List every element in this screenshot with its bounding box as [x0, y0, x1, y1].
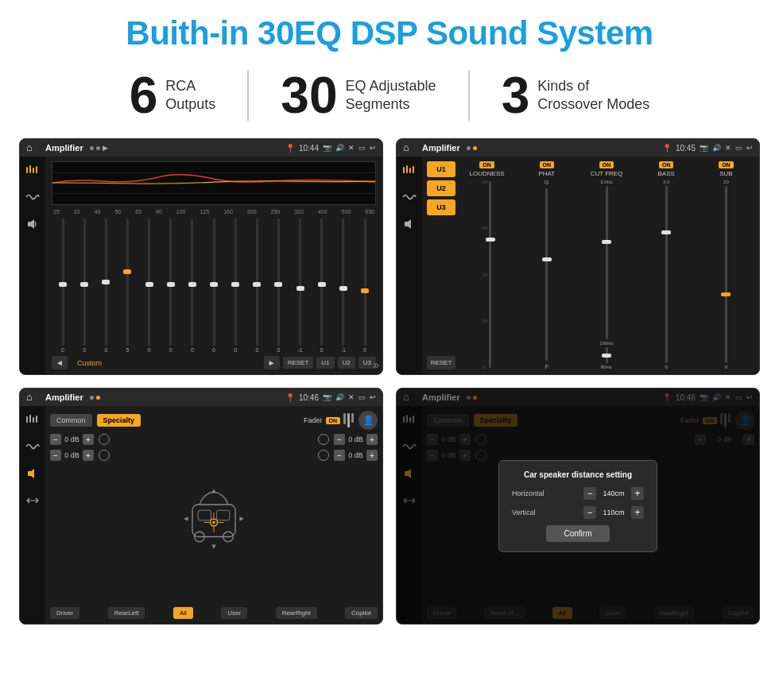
home-icon-2[interactable]: ⌂: [403, 141, 416, 154]
eq-slider-11[interactable]: -1: [291, 219, 310, 353]
home-icon-3[interactable]: ⌂: [26, 391, 39, 404]
u2-btn[interactable]: U2: [427, 180, 455, 196]
eq-reset-btn[interactable]: RESET: [283, 357, 314, 369]
app-title-3: Amplifier: [45, 393, 83, 402]
eq-slider-14[interactable]: 0: [355, 219, 374, 353]
horizontal-minus[interactable]: −: [583, 487, 596, 500]
user-btn[interactable]: User: [221, 607, 247, 619]
eq-slider-4[interactable]: 0: [140, 219, 159, 353]
eq-slider-9[interactable]: 0: [247, 219, 266, 353]
svg-rect-2: [33, 168, 34, 173]
sidebar-arrows-icon-3[interactable]: [24, 493, 41, 508]
vol-minus-3[interactable]: −: [334, 434, 345, 445]
screen-crossover: ⌂ Amplifier 📍 10:45 📷 🔊 ✕ ▭ ↩: [396, 138, 760, 375]
stat-eq: 30 EQ Adjustable Segments: [249, 70, 469, 121]
u1-btn[interactable]: U1: [427, 161, 455, 177]
eq-slider-6[interactable]: 0: [183, 219, 202, 353]
eq-slider-7[interactable]: 0: [204, 219, 223, 353]
eq-slider-0[interactable]: 0: [53, 219, 72, 353]
vol-minus-4[interactable]: −: [334, 450, 345, 461]
eq-u2-btn[interactable]: U2: [338, 357, 355, 369]
vol-plus-4[interactable]: +: [366, 450, 378, 461]
sidebar-eq-icon-2[interactable]: [401, 163, 418, 177]
eq-prev-btn[interactable]: ◄: [52, 356, 68, 369]
vol-minus-2[interactable]: −: [50, 450, 61, 461]
stat-label-eq: EQ Adjustable Segments: [346, 77, 436, 114]
rear-right-btn[interactable]: RearRight: [276, 607, 317, 619]
vertical-label: Vertical: [512, 509, 536, 516]
loudness-slider[interactable]: [489, 181, 491, 368]
eq-u1-btn[interactable]: U1: [316, 357, 334, 369]
rear-left-btn[interactable]: RearLeft: [108, 607, 145, 619]
expand-icon-1[interactable]: »: [373, 358, 379, 371]
back-icon-3[interactable]: ↩: [370, 393, 376, 401]
vol-plus-2[interactable]: +: [83, 450, 94, 461]
dialog-title: Car speaker distance setting: [512, 470, 644, 479]
sidebar-eq-icon[interactable]: [24, 163, 41, 177]
close-icon-2[interactable]: ✕: [725, 144, 731, 152]
crossover-screen: U1 U2 U3 RESET ON LOUDNESS 644832160: [422, 157, 759, 374]
minimize-icon-3[interactable]: ▭: [358, 393, 366, 401]
location-icon-3: 📍: [285, 393, 295, 402]
common-tab[interactable]: Common: [50, 414, 92, 427]
svg-rect-14: [29, 415, 31, 423]
eq-next-btn[interactable]: ►: [264, 356, 280, 369]
sidebar-speaker-icon-3[interactable]: [24, 466, 41, 481]
vol-value-4: 0 dB: [348, 451, 363, 459]
sidebar-eq-icon-3[interactable]: [24, 412, 41, 427]
freq-320: 320: [294, 209, 304, 215]
vertical-plus[interactable]: +: [631, 506, 644, 519]
home-icon-1[interactable]: ⌂: [26, 141, 39, 154]
svg-rect-21: [198, 510, 211, 520]
sidebar-wave-icon-2[interactable]: [401, 190, 418, 204]
driver-btn[interactable]: Driver: [50, 607, 79, 619]
sidebar-wave-icon-3[interactable]: [24, 439, 41, 454]
vol-row-1: − 0 dB +: [50, 434, 110, 445]
vol-plus-3[interactable]: +: [366, 434, 378, 445]
freq-40: 40: [95, 209, 101, 215]
eq-slider-13[interactable]: -1: [334, 219, 353, 353]
confirm-button[interactable]: Confirm: [546, 525, 610, 542]
sub-ctrl: ON SUB 20 0: [698, 161, 754, 369]
eq-slider-10[interactable]: 0: [269, 219, 288, 353]
close-icon-3[interactable]: ✕: [348, 393, 355, 401]
eq-slider-5[interactable]: 0: [161, 219, 180, 353]
loudness-on: ON: [479, 161, 494, 168]
svg-rect-13: [26, 416, 28, 423]
sidebar-speaker-icon[interactable]: [24, 217, 41, 231]
status-bar-2: ⌂ Amplifier 📍 10:45 📷 🔊 ✕ ▭ ↩: [397, 139, 759, 157]
reset-btn-cross[interactable]: RESET: [427, 356, 455, 369]
eq-slider-3[interactable]: 5: [118, 219, 137, 353]
back-icon-1[interactable]: ↩: [370, 144, 376, 152]
copilot-btn[interactable]: Copilot: [345, 607, 378, 619]
specialty-tab[interactable]: Specialty: [97, 414, 141, 427]
phat-on: ON: [540, 161, 555, 168]
dialog-overlay: Car speaker distance setting Horizontal …: [397, 389, 759, 624]
u-buttons: U1 U2 U3 RESET: [427, 161, 455, 369]
vol-minus-1[interactable]: −: [50, 434, 61, 445]
svg-marker-4: [28, 219, 34, 229]
eq-slider-1[interactable]: 0: [75, 219, 94, 353]
sidebar-speaker-icon-2[interactable]: [401, 217, 418, 231]
car-diagram: [178, 483, 250, 555]
horizontal-value: 140cm: [599, 489, 628, 497]
back-icon-2[interactable]: ↩: [746, 144, 753, 152]
time-1: 10:44: [299, 144, 319, 153]
horizontal-plus[interactable]: +: [631, 487, 644, 500]
user-icon[interactable]: 👤: [358, 411, 378, 430]
sidebar-wave-icon[interactable]: [24, 190, 41, 204]
phat-slider[interactable]: [545, 188, 548, 361]
eq-slider-12[interactable]: 0: [312, 219, 331, 353]
minimize-icon-2[interactable]: ▭: [735, 144, 742, 152]
eq-slider-2[interactable]: 0: [96, 219, 115, 353]
play-icon-1[interactable]: ▶: [103, 144, 108, 152]
all-btn[interactable]: All: [173, 607, 193, 619]
svg-rect-8: [403, 167, 405, 173]
vertical-minus[interactable]: −: [583, 506, 596, 519]
minimize-icon-1[interactable]: ▭: [358, 144, 366, 152]
vol-plus-1[interactable]: +: [83, 434, 94, 445]
eq-slider-8[interactable]: 0: [226, 219, 245, 353]
close-icon-1[interactable]: ✕: [348, 144, 355, 152]
u3-btn[interactable]: U3: [427, 199, 455, 215]
cutfreq-name: CUT FREQ: [591, 170, 623, 177]
